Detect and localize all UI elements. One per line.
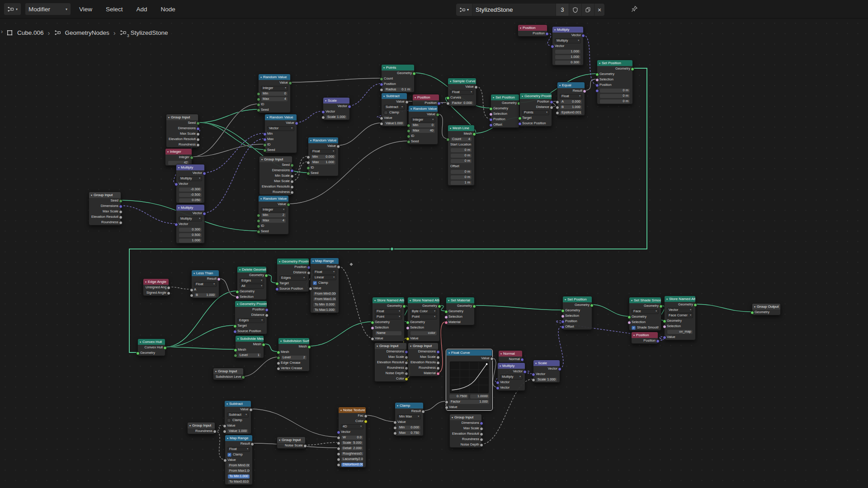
- output-socket[interactable]: [436, 350, 440, 354]
- value-field[interactable]: A0.000: [557, 99, 585, 104]
- collapse-icon[interactable]: ▾: [178, 206, 179, 209]
- node-header[interactable]: ▾Mesh Line: [448, 125, 474, 131]
- input-socket[interactable]: [236, 290, 239, 294]
- node-header[interactable]: ▾Set Position: [597, 60, 632, 66]
- checkbox[interactable]: Clamp: [382, 110, 407, 115]
- node-cl1[interactable]: ▾ClampResultMin Max▾ValueMin0.000Max0.75…: [395, 402, 424, 436]
- input-socket[interactable]: [371, 337, 374, 341]
- node-nt1[interactable]: ▾Noise TextureFacColor4D▾VectorW0.0Scale…: [338, 407, 366, 468]
- dropdown[interactable]: Edges▾: [235, 318, 267, 323]
- value-field[interactable]: Min0.000: [308, 154, 338, 160]
- collapse-icon[interactable]: ▾: [522, 95, 523, 98]
- output-socket[interactable]: [523, 370, 527, 374]
- value-field[interactable]: Level1: [236, 352, 264, 358]
- node-m3[interactable]: ▾MultiplyVectorMultiply▾Vector0.3000.500…: [176, 204, 205, 244]
- value-field[interactable]: B1.000: [557, 104, 585, 110]
- value-field[interactable]: Count4: [448, 136, 474, 142]
- node-header[interactable]: ▾Convex Hull: [138, 339, 165, 345]
- collapse-icon[interactable]: ▾: [383, 66, 385, 69]
- node-header[interactable]: ▾Equal: [557, 82, 585, 88]
- input-socket[interactable]: [275, 282, 279, 286]
- value-field[interactable]: 0.300: [176, 227, 204, 232]
- output-socket[interactable]: [163, 346, 167, 350]
- output-socket[interactable]: [265, 308, 269, 312]
- unlink-button[interactable]: ×: [594, 4, 604, 16]
- input-socket[interactable]: [380, 117, 383, 120]
- output-socket[interactable]: [119, 210, 123, 214]
- value-field[interactable]: Max1.000: [308, 160, 338, 165]
- collapse-icon[interactable]: ▾: [237, 303, 238, 305]
- value-field[interactable]: Name: [373, 330, 404, 336]
- input-socket[interactable]: [263, 132, 267, 136]
- input-socket[interactable]: [406, 326, 410, 330]
- fake-user-button[interactable]: [569, 4, 582, 16]
- node-header[interactable]: ▾Random Value: [409, 106, 438, 112]
- output-socket[interactable]: [364, 420, 368, 423]
- node-header[interactable]: ▾Integer: [165, 149, 192, 155]
- input-socket[interactable]: [551, 45, 554, 48]
- node-sm1[interactable]: ▾Subdivide MeshMeshMeshLevel1: [235, 335, 264, 358]
- node-header[interactable]: ▾Less Than: [192, 270, 219, 276]
- output-socket[interactable]: [545, 32, 549, 36]
- output-socket[interactable]: [217, 277, 221, 281]
- value-field[interactable]: Value1.000: [382, 121, 407, 126]
- value-field[interactable]: From Min0.000: [225, 463, 252, 468]
- collapse-icon[interactable]: ▾: [377, 345, 378, 347]
- node-gi9[interactable]: ▾Group InputDimensionsMax ScaleElevation…: [449, 414, 482, 448]
- collapse-icon[interactable]: ▾: [215, 370, 217, 373]
- node-nrm[interactable]: ▾NormalNormal: [498, 350, 523, 362]
- dropdown[interactable]: Subtract▾: [382, 104, 407, 110]
- input-socket[interactable]: [561, 325, 565, 329]
- input-socket[interactable]: [561, 314, 565, 318]
- collapse-icon[interactable]: ▾: [168, 116, 170, 119]
- input-socket[interactable]: [444, 321, 448, 324]
- output-socket[interactable]: [480, 422, 483, 425]
- collapse-icon[interactable]: ▾: [410, 299, 411, 302]
- input-socket[interactable]: [257, 108, 260, 112]
- tree-name-field[interactable]: StylizedStone: [472, 4, 556, 16]
- node-sss1[interactable]: ▾Set Shade SmoothGeometryFace▾GeometrySe…: [629, 297, 661, 331]
- value-field[interactable]: Detail2.000: [339, 446, 366, 451]
- collapse-icon[interactable]: ▾: [227, 437, 228, 440]
- node-p1[interactable]: ▾PositionPosition: [518, 24, 547, 37]
- node-header[interactable]: ▾Set Position: [491, 94, 519, 100]
- value-field[interactable]: Epsilon0.001: [557, 110, 585, 115]
- node-header[interactable]: ▾Position: [518, 25, 547, 31]
- input-socket[interactable]: [489, 113, 493, 116]
- node-sub1[interactable]: ▾SubtractValueSubtract▾ClampValueValue1.…: [381, 93, 407, 127]
- input-socket[interactable]: [556, 100, 559, 104]
- output-socket[interactable]: [167, 291, 170, 295]
- input-socket[interactable]: [627, 315, 631, 319]
- value-field[interactable]: Max4: [259, 218, 288, 223]
- value-field[interactable]: color: [408, 330, 439, 336]
- node-int1[interactable]: ▾IntegerInteger42: [165, 148, 192, 166]
- output-socket[interactable]: [436, 372, 440, 375]
- node-header[interactable]: ▾Multiply: [552, 27, 583, 33]
- collapse-icon[interactable]: ▾: [374, 299, 376, 302]
- collapse-icon[interactable]: ▾: [167, 150, 169, 153]
- collapse-icon[interactable]: ▾: [599, 62, 600, 65]
- input-socket[interactable]: [175, 223, 178, 226]
- dropdown[interactable]: Float▾: [311, 269, 339, 275]
- output-socket[interactable]: [436, 356, 440, 359]
- output-socket[interactable]: [290, 174, 294, 178]
- dropdown[interactable]: Integer▾: [409, 117, 438, 122]
- output-socket[interactable]: [290, 185, 294, 189]
- node-header[interactable]: ▾Geometry Proximity: [277, 258, 309, 264]
- value-field[interactable]: Level2: [278, 355, 309, 360]
- collapse-icon[interactable]: ▾: [666, 298, 668, 300]
- collapse-icon[interactable]: ▾: [535, 362, 537, 365]
- input-socket[interactable]: [489, 107, 493, 111]
- output-socket[interactable]: [364, 414, 368, 418]
- output-socket[interactable]: [288, 81, 292, 85]
- dropdown[interactable]: Byte Color▾: [408, 309, 439, 314]
- collapse-icon[interactable]: ▾: [754, 305, 755, 308]
- value-field[interactable]: Factor0.000: [448, 100, 476, 106]
- collapse-icon[interactable]: ▾: [415, 96, 416, 99]
- input-socket[interactable]: [556, 106, 559, 109]
- node-header[interactable]: ▾Geometry Proximity: [520, 93, 552, 99]
- collapse-icon[interactable]: ▾: [410, 345, 411, 347]
- node-header[interactable]: ▾Points: [382, 65, 414, 70]
- input-socket[interactable]: [445, 400, 448, 404]
- output-socket[interactable]: [119, 199, 123, 203]
